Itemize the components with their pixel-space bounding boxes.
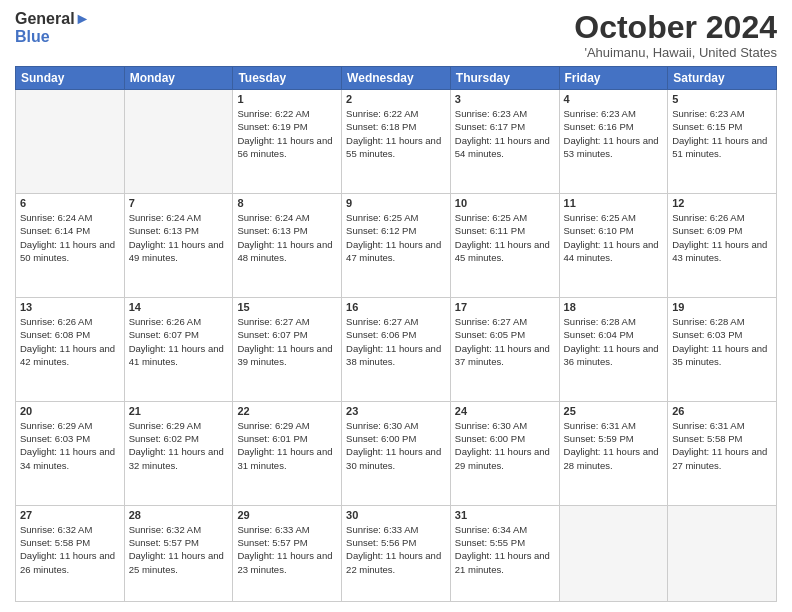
day-number: 12 (672, 197, 772, 209)
day-info: Sunrise: 6:26 AM Sunset: 6:09 PM Dayligh… (672, 211, 772, 264)
col-wednesday: Wednesday (342, 67, 451, 90)
day-number: 2 (346, 93, 446, 105)
day-number: 3 (455, 93, 555, 105)
table-row: 5 Sunrise: 6:23 AM Sunset: 6:15 PM Dayli… (668, 90, 777, 194)
day-number: 24 (455, 405, 555, 417)
day-info: Sunrise: 6:27 AM Sunset: 6:05 PM Dayligh… (455, 315, 555, 368)
table-row (559, 505, 668, 601)
sunrise-text: Sunrise: 6:22 AM (237, 108, 309, 119)
day-number: 31 (455, 509, 555, 521)
table-row: 27 Sunrise: 6:32 AM Sunset: 5:58 PM Dayl… (16, 505, 125, 601)
sunset-text: Sunset: 6:08 PM (20, 329, 90, 340)
day-number: 1 (237, 93, 337, 105)
day-info: Sunrise: 6:32 AM Sunset: 5:57 PM Dayligh… (129, 523, 229, 576)
daylight-text: Daylight: 11 hours and 30 minutes. (346, 446, 441, 470)
logo-general: General (15, 10, 75, 27)
daylight-text: Daylight: 11 hours and 53 minutes. (564, 135, 659, 159)
sunset-text: Sunset: 5:58 PM (20, 537, 90, 548)
col-monday: Monday (124, 67, 233, 90)
sunrise-text: Sunrise: 6:28 AM (672, 316, 744, 327)
sunset-text: Sunset: 6:05 PM (455, 329, 525, 340)
table-row (16, 90, 125, 194)
day-info: Sunrise: 6:23 AM Sunset: 6:16 PM Dayligh… (564, 107, 664, 160)
table-row: 7 Sunrise: 6:24 AM Sunset: 6:13 PM Dayli… (124, 194, 233, 298)
day-number: 22 (237, 405, 337, 417)
table-row: 2 Sunrise: 6:22 AM Sunset: 6:18 PM Dayli… (342, 90, 451, 194)
daylight-text: Daylight: 11 hours and 29 minutes. (455, 446, 550, 470)
day-number: 5 (672, 93, 772, 105)
day-info: Sunrise: 6:28 AM Sunset: 6:04 PM Dayligh… (564, 315, 664, 368)
day-info: Sunrise: 6:25 AM Sunset: 6:10 PM Dayligh… (564, 211, 664, 264)
day-number: 9 (346, 197, 446, 209)
daylight-text: Daylight: 11 hours and 26 minutes. (20, 550, 115, 574)
sunset-text: Sunset: 6:00 PM (455, 433, 525, 444)
sunset-text: Sunset: 6:13 PM (129, 225, 199, 236)
day-info: Sunrise: 6:23 AM Sunset: 6:17 PM Dayligh… (455, 107, 555, 160)
table-row: 19 Sunrise: 6:28 AM Sunset: 6:03 PM Dayl… (668, 297, 777, 401)
sunrise-text: Sunrise: 6:26 AM (129, 316, 201, 327)
day-info: Sunrise: 6:24 AM Sunset: 6:14 PM Dayligh… (20, 211, 120, 264)
sunrise-text: Sunrise: 6:29 AM (237, 420, 309, 431)
table-row: 31 Sunrise: 6:34 AM Sunset: 5:55 PM Dayl… (450, 505, 559, 601)
day-number: 6 (20, 197, 120, 209)
table-row (668, 505, 777, 601)
table-row: 16 Sunrise: 6:27 AM Sunset: 6:06 PM Dayl… (342, 297, 451, 401)
sunrise-text: Sunrise: 6:27 AM (237, 316, 309, 327)
sunrise-text: Sunrise: 6:24 AM (237, 212, 309, 223)
day-number: 14 (129, 301, 229, 313)
sunrise-text: Sunrise: 6:31 AM (672, 420, 744, 431)
sunrise-text: Sunrise: 6:25 AM (564, 212, 636, 223)
day-info: Sunrise: 6:26 AM Sunset: 6:08 PM Dayligh… (20, 315, 120, 368)
calendar: Sunday Monday Tuesday Wednesday Thursday… (15, 66, 777, 602)
day-number: 29 (237, 509, 337, 521)
day-number: 16 (346, 301, 446, 313)
sunset-text: Sunset: 6:06 PM (346, 329, 416, 340)
daylight-text: Daylight: 11 hours and 37 minutes. (455, 343, 550, 367)
day-number: 26 (672, 405, 772, 417)
logo-blue: Blue (15, 28, 50, 45)
sunrise-text: Sunrise: 6:26 AM (672, 212, 744, 223)
daylight-text: Daylight: 11 hours and 31 minutes. (237, 446, 332, 470)
day-number: 21 (129, 405, 229, 417)
day-info: Sunrise: 6:29 AM Sunset: 6:01 PM Dayligh… (237, 419, 337, 472)
day-number: 4 (564, 93, 664, 105)
col-saturday: Saturday (668, 67, 777, 90)
day-info: Sunrise: 6:25 AM Sunset: 6:12 PM Dayligh… (346, 211, 446, 264)
sunset-text: Sunset: 6:01 PM (237, 433, 307, 444)
sunset-text: Sunset: 6:13 PM (237, 225, 307, 236)
location: 'Ahuimanu, Hawaii, United States (574, 45, 777, 60)
sunset-text: Sunset: 6:03 PM (20, 433, 90, 444)
daylight-text: Daylight: 11 hours and 25 minutes. (129, 550, 224, 574)
sunset-text: Sunset: 6:18 PM (346, 121, 416, 132)
daylight-text: Daylight: 11 hours and 32 minutes. (129, 446, 224, 470)
sunset-text: Sunset: 5:56 PM (346, 537, 416, 548)
day-info: Sunrise: 6:22 AM Sunset: 6:19 PM Dayligh… (237, 107, 337, 160)
daylight-text: Daylight: 11 hours and 50 minutes. (20, 239, 115, 263)
sunrise-text: Sunrise: 6:23 AM (564, 108, 636, 119)
sunset-text: Sunset: 6:14 PM (20, 225, 90, 236)
logo-arrow: ► (75, 10, 91, 27)
table-row: 23 Sunrise: 6:30 AM Sunset: 6:00 PM Dayl… (342, 401, 451, 505)
sunset-text: Sunset: 6:17 PM (455, 121, 525, 132)
sunrise-text: Sunrise: 6:29 AM (129, 420, 201, 431)
table-row: 28 Sunrise: 6:32 AM Sunset: 5:57 PM Dayl… (124, 505, 233, 601)
table-row: 26 Sunrise: 6:31 AM Sunset: 5:58 PM Dayl… (668, 401, 777, 505)
sunrise-text: Sunrise: 6:26 AM (20, 316, 92, 327)
daylight-text: Daylight: 11 hours and 34 minutes. (20, 446, 115, 470)
sunset-text: Sunset: 6:19 PM (237, 121, 307, 132)
sunrise-text: Sunrise: 6:27 AM (455, 316, 527, 327)
sunrise-text: Sunrise: 6:25 AM (346, 212, 418, 223)
day-number: 8 (237, 197, 337, 209)
day-number: 18 (564, 301, 664, 313)
day-number: 11 (564, 197, 664, 209)
sunset-text: Sunset: 6:04 PM (564, 329, 634, 340)
table-row: 22 Sunrise: 6:29 AM Sunset: 6:01 PM Dayl… (233, 401, 342, 505)
col-friday: Friday (559, 67, 668, 90)
sunrise-text: Sunrise: 6:32 AM (20, 524, 92, 535)
day-info: Sunrise: 6:23 AM Sunset: 6:15 PM Dayligh… (672, 107, 772, 160)
sunset-text: Sunset: 6:03 PM (672, 329, 742, 340)
sunset-text: Sunset: 6:07 PM (237, 329, 307, 340)
calendar-header-row: Sunday Monday Tuesday Wednesday Thursday… (16, 67, 777, 90)
sunrise-text: Sunrise: 6:30 AM (346, 420, 418, 431)
day-number: 23 (346, 405, 446, 417)
